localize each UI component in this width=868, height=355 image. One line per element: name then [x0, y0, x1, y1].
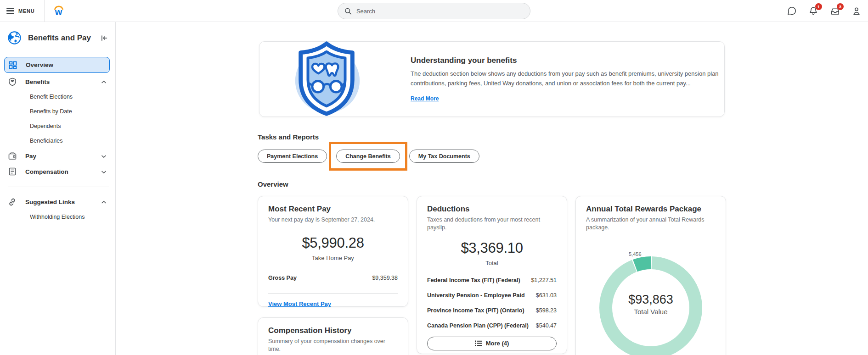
sidebar-subitem-label: Dependents	[30, 123, 61, 129]
take-home-pay-label: Take Home Pay	[268, 255, 398, 261]
document-icon	[8, 167, 17, 176]
chevron-up-icon	[101, 78, 107, 86]
benefits-shield-illustration	[290, 40, 363, 119]
sidebar-subitem-label: Benefit Elections	[30, 94, 73, 100]
sidebar-subitem-label: Beneficiaries	[30, 138, 63, 144]
annual-total-rewards-card: Annual Total Rewards Package A summariza…	[575, 196, 726, 355]
topbar-divider	[44, 0, 45, 22]
my-tax-documents-button[interactable]: My Tax Documents	[409, 150, 479, 163]
topbar: MENU w 1 3	[0, 0, 868, 22]
card-title: Most Recent Pay	[268, 205, 398, 214]
gross-pay-value: $9,359.38	[372, 275, 398, 281]
sidebar-item-label: Overview	[26, 61, 106, 68]
card-divider	[268, 293, 398, 294]
search-input[interactable]	[356, 8, 524, 15]
sidebar-subitem-label: Withholding Elections	[30, 214, 85, 220]
card-title: Compensation History	[268, 326, 398, 335]
sidebar-item-beneficiaries[interactable]: Beneficiaries	[0, 133, 115, 148]
sidebar-item-suggested-links[interactable]: Suggested Links	[0, 194, 115, 210]
sidebar-item-label: Compensation	[25, 168, 101, 175]
most-recent-pay-card: Most Recent Pay Your next pay day is Sep…	[258, 196, 408, 307]
deductions-total-label: Total	[427, 260, 557, 266]
change-benefits-highlight-box: Change Benefits	[329, 142, 407, 171]
banner-title: Understanding your benefits	[411, 56, 721, 65]
gross-pay-label: Gross Pay	[268, 275, 297, 281]
sidebar-item-label: Benefits	[25, 78, 101, 85]
sidebar-item-withholding-elections[interactable]: Withholding Elections	[0, 210, 115, 224]
card-subtitle: Taxes and deductions from your most rece…	[427, 216, 557, 232]
view-most-recent-pay-link[interactable]: View Most Recent Pay	[268, 300, 331, 307]
deduction-label: Canada Pension Plan (CPP) (Federal)	[427, 322, 529, 329]
collapse-icon	[101, 35, 108, 41]
rewards-donut-chart: 5,456 88,407 $93,863 Total Value	[596, 253, 706, 355]
benefits-banner-card: Understanding your benefits The deductio…	[259, 41, 725, 117]
sidebar-item-benefits[interactable]: Benefits	[0, 74, 115, 89]
sidebar: Benefits and Pay Overview Benefits Benef…	[0, 22, 116, 355]
inbox-button[interactable]: 3	[829, 5, 841, 17]
main-content: Understanding your benefits The deductio…	[116, 22, 868, 355]
card-title: Annual Total Rewards Package	[586, 205, 716, 214]
payment-elections-button[interactable]: Payment Elections	[258, 150, 327, 163]
menu-label: MENU	[18, 8, 35, 14]
sidebar-divider	[8, 187, 109, 187]
overview-heading: Overview	[258, 180, 726, 188]
search-icon	[344, 7, 352, 15]
read-more-link[interactable]: Read More	[411, 95, 439, 102]
card-title: Deductions	[427, 205, 557, 214]
donut-segment-label-small: 5,456	[629, 251, 642, 257]
more-button-label: More (4)	[486, 340, 509, 347]
dashboard-grid-icon	[8, 61, 17, 69]
card-subtitle: A summarization of your annual Total Rew…	[586, 216, 716, 232]
sidebar-header: Benefits and Pay	[0, 22, 115, 45]
deduction-value: $540.47	[536, 322, 557, 329]
deduction-label: Federal Income Tax (FIT) (Federal)	[427, 277, 520, 283]
sidebar-title: Benefits and Pay	[28, 33, 100, 43]
sidebar-item-pay[interactable]: Pay	[0, 148, 115, 164]
global-search[interactable]	[338, 3, 530, 19]
sidebar-item-overview[interactable]: Overview	[4, 57, 110, 73]
notifications-badge: 1	[815, 3, 822, 10]
chevron-down-icon	[101, 152, 107, 160]
tasks-buttons-row: Payment Elections Change Benefits My Tax…	[258, 142, 726, 171]
deduction-row: Province Income Tax (PIT) (Ontario) $598…	[427, 307, 557, 314]
deductions-card: Deductions Taxes and deductions from you…	[417, 196, 567, 354]
change-benefits-button[interactable]: Change Benefits	[336, 150, 400, 163]
global-menu-button[interactable]: MENU	[0, 0, 44, 22]
collapse-sidebar-button[interactable]	[100, 34, 109, 42]
sidebar-subitem-label: Benefits by Date	[30, 108, 72, 115]
more-deductions-button[interactable]: More (4)	[427, 337, 557, 350]
deductions-total-amount: $3,369.10	[427, 240, 557, 256]
deduction-row: Canada Pension Plan (CPP) (Federal) $540…	[427, 322, 557, 329]
sidebar-nav: Overview Benefits Benefit Elections Bene…	[0, 57, 115, 224]
card-subtitle: Your next pay day is September 27, 2024.	[268, 216, 398, 224]
deduction-row: Federal Income Tax (FIT) (Federal) $1,22…	[427, 277, 557, 283]
sidebar-item-label: Pay	[25, 153, 101, 160]
deduction-value: $631.03	[536, 292, 557, 299]
wallet-icon	[8, 152, 17, 160]
sidebar-item-benefits-by-date[interactable]: Benefits by Date	[0, 104, 115, 119]
inbox-badge: 3	[837, 3, 844, 10]
take-home-pay-amount: $5,990.28	[268, 235, 398, 251]
chevron-down-icon	[101, 167, 107, 176]
deduction-label: University Pension - Employee Paid	[427, 292, 525, 299]
gross-pay-row: Gross Pay $9,359.38	[268, 275, 398, 281]
hamburger-icon	[6, 8, 14, 14]
sidebar-item-benefit-elections[interactable]: Benefit Elections	[0, 89, 115, 104]
deduction-value: $1,227.51	[531, 277, 557, 283]
chevron-up-icon	[101, 198, 107, 206]
donut-svg	[596, 253, 706, 355]
list-icon	[475, 340, 482, 346]
sidebar-item-dependents[interactable]: Dependents	[0, 119, 115, 133]
notifications-button[interactable]: 1	[807, 5, 819, 17]
banner-body: The deduction section below shows any de…	[411, 69, 721, 88]
chat-button[interactable]	[786, 5, 798, 17]
sidebar-item-label: Suggested Links	[25, 199, 101, 205]
tasks-and-reports-heading: Tasks and Reports	[258, 133, 726, 141]
profile-button[interactable]	[851, 5, 862, 17]
deduction-label: Province Income Tax (PIT) (Ontario)	[427, 307, 524, 314]
deduction-row: University Pension - Employee Paid $631.…	[427, 292, 557, 299]
chat-icon	[787, 6, 797, 16]
person-icon	[851, 6, 862, 16]
sidebar-item-compensation[interactable]: Compensation	[0, 164, 115, 179]
workday-logo[interactable]: w	[53, 6, 65, 16]
